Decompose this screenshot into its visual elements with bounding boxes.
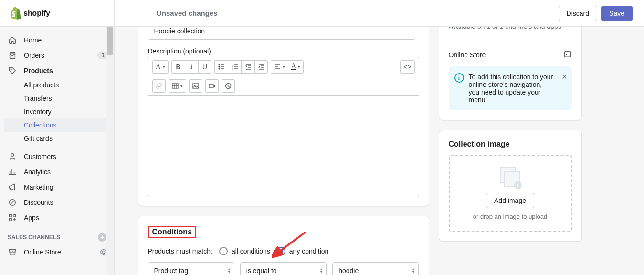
nav-transfers[interactable]: Transfers [0, 92, 114, 105]
analytics-icon [8, 167, 17, 177]
nav-collections[interactable]: Collections [4, 118, 110, 132]
nav-discounts[interactable]: Discounts [0, 195, 114, 210]
rte-image[interactable] [189, 79, 202, 93]
topbar-actions: Discard Save [559, 6, 644, 21]
add-channel-icon[interactable]: + [98, 233, 106, 242]
nav-products[interactable]: Products [0, 63, 114, 78]
condition-field-select[interactable]: Product tag ▴▾ [148, 262, 234, 275]
svg-point-2 [11, 154, 13, 156]
rte-text-color[interactable]: A [288, 60, 304, 74]
caret-icon: ▴▾ [228, 268, 230, 274]
nav-orders[interactable]: Orders 1 [0, 48, 114, 63]
annotation-arrow [272, 230, 310, 258]
nav-label: Customers [24, 153, 56, 160]
nav-customers[interactable]: Customers [0, 149, 114, 164]
sales-channels-header: SALES CHANNELS + [0, 225, 114, 244]
svg-text:3: 3 [232, 67, 233, 70]
radio-icon [219, 247, 228, 255]
description-label: Description (optional) [148, 47, 419, 55]
rte-html-view[interactable]: <> [400, 60, 414, 74]
collection-image-heading: Collection image [449, 140, 572, 148]
nav-label: Marketing [24, 183, 53, 191]
rte-indent[interactable] [254, 60, 268, 74]
home-icon [8, 35, 17, 45]
info-icon: i [454, 73, 464, 83]
customers-icon [8, 152, 17, 161]
rte-toolbar: A B I U 123 [148, 57, 419, 96]
svg-point-10 [219, 68, 220, 69]
nav-all-products[interactable]: All products [0, 78, 114, 92]
svg-rect-4 [10, 215, 12, 217]
svg-rect-6 [10, 219, 12, 221]
nav-label: Home [24, 36, 42, 44]
svg-rect-17 [209, 84, 213, 88]
image-dropzone[interactable]: + Add image or drop an image to upload [449, 155, 572, 232]
add-image-button[interactable]: Add image [486, 193, 534, 208]
close-icon[interactable]: × [562, 72, 567, 82]
save-button[interactable]: Save [601, 6, 633, 21]
topbar: shopify Unsaved changes Discard Save [0, 0, 644, 27]
availability-text: Available on 1 of 1 channels and apps [449, 27, 561, 30]
products-icon [8, 66, 17, 75]
rte-underline[interactable]: U [198, 60, 211, 74]
svg-rect-14 [172, 84, 178, 88]
rte-number-list[interactable]: 123 [228, 60, 241, 74]
scrollbar-thumb[interactable] [107, 27, 113, 55]
condition-rule-row: Product tag ▴▾ is equal to ▴▾ hoodie ▴▾ [148, 262, 419, 275]
logo: shopify [0, 0, 115, 27]
select-value: hoodie [338, 267, 359, 275]
condition-operator-select[interactable]: is equal to ▴▾ [240, 262, 327, 275]
nav-label: Products [24, 67, 53, 74]
sidebar-scrollbar[interactable] [106, 27, 114, 275]
nav-analytics[interactable]: Analytics [0, 164, 114, 180]
svg-point-8 [219, 64, 220, 65]
rte-italic[interactable]: I [185, 60, 198, 74]
nav-label: Analytics [24, 168, 51, 176]
rte-video[interactable] [205, 79, 219, 93]
rte-bullet-list[interactable] [214, 60, 228, 74]
svg-text:shopify: shopify [23, 9, 50, 17]
nav-inventory[interactable]: Inventory [0, 105, 114, 118]
radio-all-conditions[interactable]: all conditions [219, 247, 270, 255]
section-label: SALES CHANNELS [8, 234, 60, 241]
rte-bold[interactable]: B [171, 60, 185, 74]
nav-online-store[interactable]: Online Store [0, 244, 114, 260]
svg-point-9 [219, 66, 220, 67]
caret-icon: ▴▾ [320, 268, 322, 274]
calendar-icon[interactable] [563, 50, 572, 60]
online-store-label: Online Store [449, 51, 486, 59]
marketing-icon [8, 182, 17, 192]
nav-gift-cards[interactable]: Gift cards [0, 132, 114, 145]
nav-label: Apps [24, 214, 39, 222]
discard-button[interactable]: Discard [559, 6, 597, 21]
rte-table[interactable] [169, 79, 186, 93]
navigation-alert: i × To add this collection to your onlin… [449, 66, 572, 110]
rte-paragraph-style[interactable]: A [152, 60, 169, 74]
discounts-icon [8, 198, 17, 207]
nav-label: Discounts [24, 199, 53, 206]
collection-title-input[interactable] [148, 27, 415, 40]
description-editor[interactable] [148, 96, 419, 196]
nav-home[interactable]: Home [0, 32, 114, 48]
svg-rect-15 [193, 84, 199, 88]
rte-clear-format[interactable] [222, 79, 235, 93]
svg-line-19 [278, 232, 306, 253]
nav-apps[interactable]: Apps [0, 210, 114, 225]
nav-marketing[interactable]: Marketing [0, 180, 114, 195]
condition-value-select[interactable]: hoodie ▴▾ [332, 262, 419, 275]
select-value: Product tag [154, 267, 189, 275]
conditions-heading-highlight: Conditions [148, 226, 197, 238]
rte-outdent[interactable] [241, 60, 254, 74]
select-value: is equal to [246, 267, 277, 275]
rte-link[interactable] [152, 79, 166, 93]
svg-point-7 [102, 251, 105, 253]
apps-icon [8, 213, 17, 222]
svg-rect-5 [13, 215, 16, 217]
image-placeholder-icon: + [500, 167, 521, 188]
rte-align[interactable] [271, 60, 288, 74]
drop-hint: or drop an image to upload [473, 213, 547, 220]
svg-point-1 [11, 69, 11, 70]
collection-image-card: Collection image + Add image or drop an … [439, 130, 582, 242]
main-area: Description (optional) A B I U 123 [115, 27, 644, 275]
orders-icon [8, 51, 17, 60]
